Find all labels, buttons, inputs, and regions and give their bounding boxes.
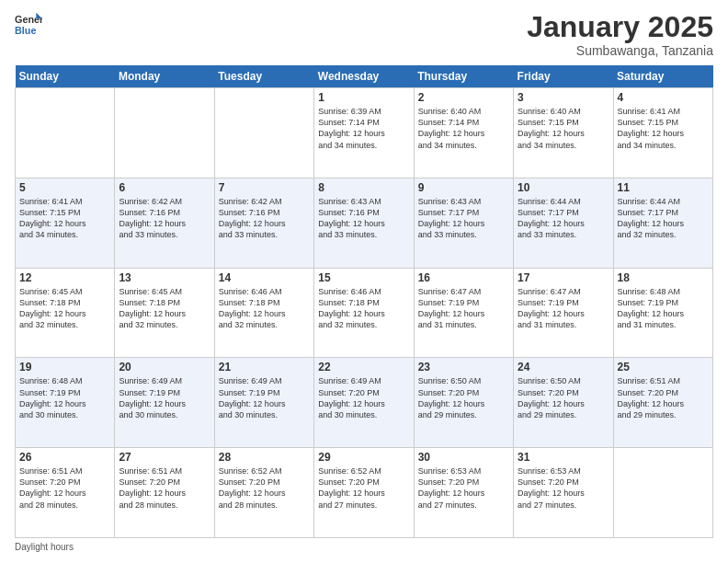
date-number: 12	[19, 271, 110, 284]
cell-info: Sunrise: 6:43 AM Sunset: 7:17 PM Dayligh…	[418, 196, 509, 241]
table-cell: 19Sunrise: 6:48 AM Sunset: 7:19 PM Dayli…	[16, 358, 115, 448]
date-number: 27	[119, 451, 210, 464]
date-number: 15	[318, 271, 409, 284]
table-cell: 20Sunrise: 6:49 AM Sunset: 7:19 PM Dayli…	[115, 358, 214, 448]
week-row-5: 26Sunrise: 6:51 AM Sunset: 7:20 PM Dayli…	[16, 448, 713, 538]
cell-info: Sunrise: 6:46 AM Sunset: 7:18 PM Dayligh…	[318, 286, 409, 331]
calendar-title: January 2025	[527, 11, 713, 43]
col-sunday: Sunday	[16, 65, 115, 88]
cell-info: Sunrise: 6:44 AM Sunset: 7:17 PM Dayligh…	[518, 196, 609, 241]
cell-info: Sunrise: 6:51 AM Sunset: 7:20 PM Dayligh…	[19, 465, 110, 511]
table-cell: 2Sunrise: 6:40 AM Sunset: 7:14 PM Daylig…	[414, 88, 513, 178]
week-row-4: 19Sunrise: 6:48 AM Sunset: 7:19 PM Dayli…	[16, 358, 713, 448]
table-cell: 24Sunrise: 6:50 AM Sunset: 7:20 PM Dayli…	[514, 358, 613, 448]
date-number: 28	[219, 451, 310, 464]
date-number: 29	[318, 451, 409, 464]
date-number: 1	[318, 91, 409, 104]
week-row-1: 1Sunrise: 6:39 AM Sunset: 7:14 PM Daylig…	[16, 88, 713, 178]
cell-info: Sunrise: 6:40 AM Sunset: 7:15 PM Dayligh…	[518, 106, 609, 151]
date-number: 3	[518, 91, 609, 104]
calendar-table: Sunday Monday Tuesday Wednesday Thursday…	[15, 65, 713, 538]
date-number: 8	[318, 181, 409, 194]
date-number: 5	[19, 181, 110, 194]
date-number: 22	[318, 361, 409, 373]
table-cell: 15Sunrise: 6:46 AM Sunset: 7:18 PM Dayli…	[314, 268, 414, 358]
date-number: 6	[119, 181, 210, 194]
cell-info: Sunrise: 6:48 AM Sunset: 7:19 PM Dayligh…	[618, 286, 709, 331]
cell-info: Sunrise: 6:47 AM Sunset: 7:19 PM Dayligh…	[518, 286, 609, 331]
table-cell	[16, 88, 115, 178]
date-number: 21	[219, 361, 310, 373]
cell-info: Sunrise: 6:51 AM Sunset: 7:20 PM Dayligh…	[119, 465, 210, 511]
header-row: Sunday Monday Tuesday Wednesday Thursday…	[16, 65, 713, 88]
cell-info: Sunrise: 6:42 AM Sunset: 7:16 PM Dayligh…	[119, 196, 210, 241]
cell-info: Sunrise: 6:43 AM Sunset: 7:16 PM Dayligh…	[318, 196, 409, 241]
table-cell: 11Sunrise: 6:44 AM Sunset: 7:17 PM Dayli…	[613, 178, 712, 268]
table-cell: 10Sunrise: 6:44 AM Sunset: 7:17 PM Dayli…	[514, 178, 613, 268]
cell-info: Sunrise: 6:46 AM Sunset: 7:18 PM Dayligh…	[219, 286, 310, 331]
table-cell: 4Sunrise: 6:41 AM Sunset: 7:15 PM Daylig…	[613, 88, 712, 178]
date-number: 11	[618, 181, 709, 194]
table-cell: 13Sunrise: 6:45 AM Sunset: 7:18 PM Dayli…	[115, 268, 214, 358]
col-friday: Friday	[514, 65, 613, 88]
svg-text:Blue: Blue	[15, 25, 36, 36]
title-block: January 2025 Sumbawanga, Tanzania	[527, 11, 713, 58]
cell-info: Sunrise: 6:40 AM Sunset: 7:14 PM Dayligh…	[418, 106, 509, 151]
table-cell: 8Sunrise: 6:43 AM Sunset: 7:16 PM Daylig…	[314, 178, 414, 268]
table-cell	[214, 88, 313, 178]
col-tuesday: Tuesday	[214, 65, 313, 88]
calendar-page: General Blue January 2025 Sumbawanga, Ta…	[0, 0, 728, 563]
calendar-subtitle: Sumbawanga, Tanzania	[527, 43, 713, 58]
date-number: 10	[518, 181, 609, 194]
week-row-3: 12Sunrise: 6:45 AM Sunset: 7:18 PM Dayli…	[16, 268, 713, 358]
date-number: 14	[219, 271, 310, 284]
date-number: 23	[418, 361, 509, 373]
table-cell: 17Sunrise: 6:47 AM Sunset: 7:19 PM Dayli…	[514, 268, 613, 358]
date-number: 13	[119, 271, 210, 284]
date-number: 18	[618, 271, 709, 284]
date-number: 4	[618, 91, 709, 104]
table-cell: 6Sunrise: 6:42 AM Sunset: 7:16 PM Daylig…	[115, 178, 214, 268]
table-cell: 26Sunrise: 6:51 AM Sunset: 7:20 PM Dayli…	[16, 448, 115, 538]
cell-info: Sunrise: 6:45 AM Sunset: 7:18 PM Dayligh…	[119, 286, 210, 331]
table-cell: 5Sunrise: 6:41 AM Sunset: 7:15 PM Daylig…	[16, 178, 115, 268]
date-number: 9	[418, 181, 509, 194]
cell-info: Sunrise: 6:52 AM Sunset: 7:20 PM Dayligh…	[219, 465, 310, 511]
week-row-2: 5Sunrise: 6:41 AM Sunset: 7:15 PM Daylig…	[16, 178, 713, 268]
cell-info: Sunrise: 6:50 AM Sunset: 7:20 PM Dayligh…	[418, 375, 509, 420]
cell-info: Sunrise: 6:49 AM Sunset: 7:20 PM Dayligh…	[318, 375, 409, 420]
table-cell: 21Sunrise: 6:49 AM Sunset: 7:19 PM Dayli…	[214, 358, 313, 448]
col-wednesday: Wednesday	[314, 65, 414, 88]
table-cell: 7Sunrise: 6:42 AM Sunset: 7:16 PM Daylig…	[214, 178, 313, 268]
cell-info: Sunrise: 6:53 AM Sunset: 7:20 PM Dayligh…	[418, 465, 509, 511]
date-number: 31	[518, 451, 609, 464]
daylight-label: Daylight hours	[15, 542, 74, 552]
cell-info: Sunrise: 6:42 AM Sunset: 7:16 PM Dayligh…	[219, 196, 310, 241]
cell-info: Sunrise: 6:52 AM Sunset: 7:20 PM Dayligh…	[318, 465, 409, 511]
table-cell: 3Sunrise: 6:40 AM Sunset: 7:15 PM Daylig…	[514, 88, 613, 178]
footer: Daylight hours	[15, 542, 713, 552]
table-cell: 16Sunrise: 6:47 AM Sunset: 7:19 PM Dayli…	[414, 268, 513, 358]
cell-info: Sunrise: 6:47 AM Sunset: 7:19 PM Dayligh…	[418, 286, 509, 331]
date-number: 16	[418, 271, 509, 284]
date-number: 2	[418, 91, 509, 104]
cell-info: Sunrise: 6:44 AM Sunset: 7:17 PM Dayligh…	[618, 196, 709, 241]
date-number: 26	[19, 451, 110, 464]
table-cell	[115, 88, 214, 178]
table-cell: 29Sunrise: 6:52 AM Sunset: 7:20 PM Dayli…	[314, 448, 414, 538]
table-cell: 27Sunrise: 6:51 AM Sunset: 7:20 PM Dayli…	[115, 448, 214, 538]
date-number: 30	[418, 451, 509, 464]
cell-info: Sunrise: 6:49 AM Sunset: 7:19 PM Dayligh…	[219, 375, 310, 420]
date-number: 20	[119, 361, 210, 373]
cell-info: Sunrise: 6:53 AM Sunset: 7:20 PM Dayligh…	[518, 465, 609, 511]
header: General Blue January 2025 Sumbawanga, Ta…	[15, 11, 713, 58]
date-number: 19	[19, 361, 110, 373]
table-cell	[613, 448, 712, 538]
date-number: 7	[219, 181, 310, 194]
cell-info: Sunrise: 6:48 AM Sunset: 7:19 PM Dayligh…	[19, 375, 110, 420]
table-cell: 14Sunrise: 6:46 AM Sunset: 7:18 PM Dayli…	[214, 268, 313, 358]
table-cell: 31Sunrise: 6:53 AM Sunset: 7:20 PM Dayli…	[514, 448, 613, 538]
table-cell: 9Sunrise: 6:43 AM Sunset: 7:17 PM Daylig…	[414, 178, 513, 268]
logo: General Blue	[15, 11, 42, 39]
cell-info: Sunrise: 6:50 AM Sunset: 7:20 PM Dayligh…	[518, 375, 609, 420]
